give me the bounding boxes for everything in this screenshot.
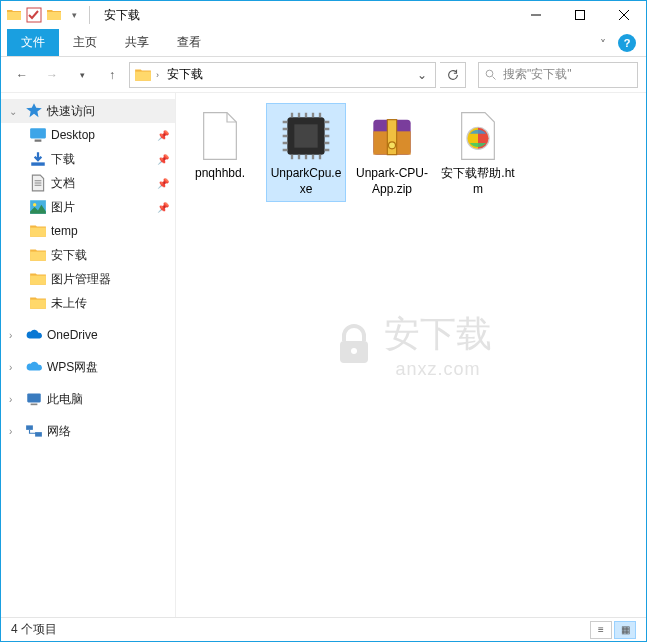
file-item[interactable]: Unpark-CPU-App.zip <box>352 103 432 202</box>
file-label: UnparkCpu.exe <box>269 166 343 197</box>
svg-rect-1 <box>576 11 585 20</box>
qat-checkbox-icon[interactable] <box>25 6 43 24</box>
cpu-icon <box>278 108 334 164</box>
sidebar-item-未上传[interactable]: 未上传 <box>1 291 175 315</box>
wps-cloud-icon <box>25 358 43 376</box>
view-icons-button[interactable]: ▦ <box>614 621 636 639</box>
chevron-down-icon[interactable]: ⌄ <box>9 106 21 117</box>
svg-rect-13 <box>294 124 317 147</box>
downloads-icon <box>29 150 47 168</box>
explorer-window: ▾ 安下载 文件 主页 共享 查看 ˅ ? ← → ▾ ↑ › 安下载 ⌄ <box>0 0 647 642</box>
zip-icon <box>364 108 420 164</box>
network-icon <box>25 422 43 440</box>
file-item[interactable]: 安下载帮助.htm <box>438 103 518 202</box>
tab-view[interactable]: 查看 <box>163 29 215 56</box>
svg-point-2 <box>486 70 493 77</box>
svg-rect-4 <box>35 140 42 142</box>
nav-toolbar: ← → ▾ ↑ › 安下载 ⌄ 搜索"安下载" <box>1 57 646 93</box>
tab-home[interactable]: 主页 <box>59 29 111 56</box>
sidebar-item-Desktop[interactable]: Desktop📌 <box>1 123 175 147</box>
star-icon <box>25 102 43 120</box>
sidebar-network[interactable]: › 网络 <box>1 419 175 443</box>
sidebar-wps[interactable]: › WPS网盘 <box>1 355 175 379</box>
address-bar[interactable]: › 安下载 ⌄ <box>129 62 436 88</box>
blank-icon <box>192 108 248 164</box>
sidebar-item-安下载[interactable]: 安下载 <box>1 243 175 267</box>
content-pane[interactable]: pnqhhbd.UnparkCpu.exeUnpark-CPU-App.zip安… <box>176 93 646 617</box>
svg-rect-9 <box>31 404 38 406</box>
breadcrumb[interactable]: 安下载 <box>163 66 409 83</box>
file-label: 安下载帮助.htm <box>441 166 515 197</box>
sidebar-item-temp[interactable]: temp <box>1 219 175 243</box>
file-item[interactable]: pnqhhbd. <box>180 103 260 202</box>
sidebar-item-图片管理器[interactable]: 图片管理器 <box>1 267 175 291</box>
nav-up-button[interactable]: ↑ <box>99 62 125 88</box>
svg-rect-20 <box>340 341 368 363</box>
minimize-button[interactable] <box>514 1 558 29</box>
window-title: 安下载 <box>104 7 140 24</box>
maximize-button[interactable] <box>558 1 602 29</box>
pictures-icon <box>29 198 47 216</box>
desktop-icon <box>29 126 47 144</box>
svg-point-7 <box>33 203 36 206</box>
search-placeholder: 搜索"安下载" <box>503 66 572 83</box>
svg-rect-5 <box>31 162 45 165</box>
folder-icon <box>29 270 47 288</box>
folder-icon <box>5 6 23 24</box>
folder-icon <box>45 6 63 24</box>
item-count: 4 个项目 <box>11 621 57 638</box>
pin-icon: 📌 <box>157 130 169 141</box>
svg-rect-10 <box>26 425 33 430</box>
svg-rect-8 <box>27 393 41 402</box>
address-dropdown-icon[interactable]: ⌄ <box>413 68 431 82</box>
svg-point-21 <box>351 348 357 354</box>
chevron-right-icon[interactable]: › <box>9 362 21 373</box>
chevron-right-icon[interactable]: › <box>9 394 21 405</box>
pin-icon: 📌 <box>157 202 169 213</box>
file-item[interactable]: UnparkCpu.exe <box>266 103 346 202</box>
refresh-button[interactable] <box>440 62 466 88</box>
sidebar-item-文档[interactable]: 文档📌 <box>1 171 175 195</box>
nav-recent-icon[interactable]: ▾ <box>69 62 95 88</box>
onedrive-icon <box>25 326 43 344</box>
pin-icon: 📌 <box>157 178 169 189</box>
titlebar: ▾ 安下载 <box>1 1 646 29</box>
sidebar-item-图片[interactable]: 图片📌 <box>1 195 175 219</box>
navigation-pane[interactable]: ⌄ 快速访问 Desktop📌下载📌文档📌图片📌temp安下载图片管理器未上传 … <box>1 93 176 617</box>
sidebar-quick-access[interactable]: ⌄ 快速访问 <box>1 99 175 123</box>
ribbon: 文件 主页 共享 查看 ˅ ? <box>1 29 646 57</box>
chevron-right-icon[interactable]: › <box>156 70 159 80</box>
folder-icon <box>29 222 47 240</box>
sidebar-this-pc[interactable]: › 此电脑 <box>1 387 175 411</box>
pin-icon: 📌 <box>157 154 169 165</box>
tab-share[interactable]: 共享 <box>111 29 163 56</box>
chevron-right-icon[interactable]: › <box>9 330 21 341</box>
search-icon <box>485 69 497 81</box>
folder-icon <box>134 66 152 84</box>
svg-rect-16 <box>387 120 396 155</box>
lock-icon <box>330 321 378 369</box>
folder-icon <box>29 294 47 312</box>
close-button[interactable] <box>602 1 646 29</box>
htm-icon <box>450 108 506 164</box>
pc-icon <box>25 390 43 408</box>
watermark: 安下载 anxz.com <box>330 310 492 380</box>
nav-forward-button[interactable]: → <box>39 62 65 88</box>
search-input[interactable]: 搜索"安下载" <box>478 62 638 88</box>
folder-icon <box>29 246 47 264</box>
view-details-button[interactable]: ≡ <box>590 621 612 639</box>
qat-dropdown-icon[interactable]: ▾ <box>65 6 83 24</box>
tab-file[interactable]: 文件 <box>7 29 59 56</box>
nav-back-button[interactable]: ← <box>9 62 35 88</box>
help-icon[interactable]: ? <box>618 34 636 52</box>
status-bar: 4 个项目 ≡ ▦ <box>1 617 646 641</box>
svg-point-18 <box>389 142 396 149</box>
file-label: pnqhhbd. <box>195 166 245 182</box>
chevron-right-icon[interactable]: › <box>9 426 21 437</box>
svg-rect-3 <box>30 128 46 138</box>
ribbon-expand-icon[interactable]: ˅ <box>594 34 612 56</box>
sidebar-onedrive[interactable]: › OneDrive <box>1 323 175 347</box>
file-label: Unpark-CPU-App.zip <box>355 166 429 197</box>
documents-icon <box>29 174 47 192</box>
sidebar-item-下载[interactable]: 下载📌 <box>1 147 175 171</box>
